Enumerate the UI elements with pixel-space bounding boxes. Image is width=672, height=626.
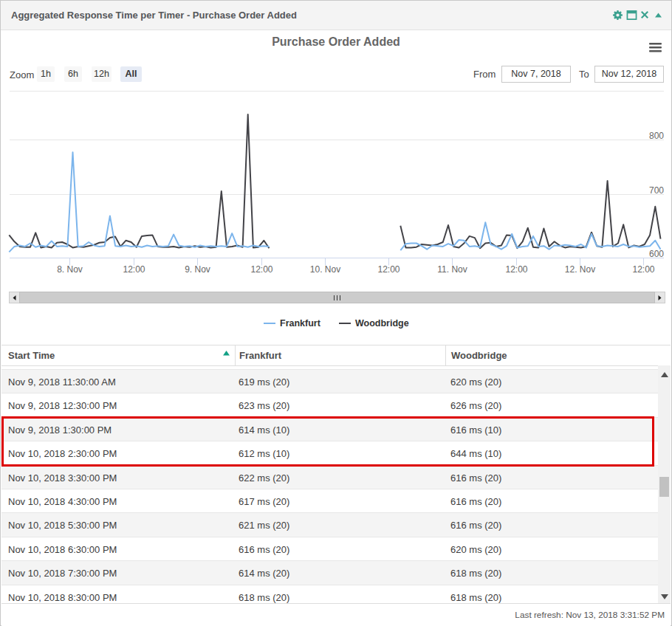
svg-text:12:00: 12:00 (632, 264, 654, 275)
svg-text:12:00: 12:00 (123, 264, 145, 275)
svg-text:700: 700 (649, 185, 664, 196)
svg-text:9. Nov: 9. Nov (185, 264, 210, 275)
svg-text:800: 800 (649, 131, 664, 141)
svg-text:12. Nov: 12. Nov (565, 264, 595, 275)
svg-text:12:00: 12:00 (505, 264, 527, 275)
svg-text:10. Nov: 10. Nov (310, 264, 340, 275)
svg-text:Woodbridge: Woodbridge (355, 318, 409, 329)
svg-text:11. Nov: 11. Nov (437, 264, 467, 275)
svg-text:8. Nov: 8. Nov (57, 264, 83, 275)
svg-text:12:00: 12:00 (377, 264, 400, 275)
svg-text:600: 600 (649, 249, 664, 259)
svg-text:12:00: 12:00 (250, 264, 272, 275)
svg-text:Frankfurt: Frankfurt (280, 318, 321, 329)
